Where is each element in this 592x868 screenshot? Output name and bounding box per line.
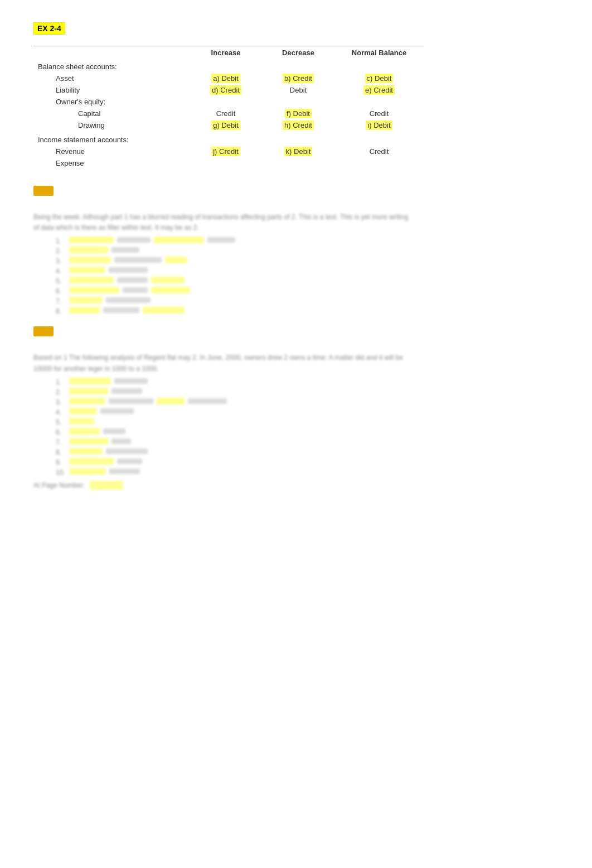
- section2-badge: [33, 186, 54, 196]
- increase-cell: d) Credit: [190, 84, 262, 96]
- accounts-table: Increase Decrease Normal Balance Balance…: [33, 46, 424, 169]
- account-cell: Liability: [33, 84, 190, 96]
- list-item: 7.: [56, 438, 559, 446]
- section3-badge: [33, 326, 54, 336]
- decrease-cell: Debit: [262, 84, 334, 96]
- section3-intro: Based on 1 The following analysis of Reg…: [33, 353, 413, 374]
- increase-cell: [190, 157, 262, 169]
- decrease-cell: b) Credit: [262, 73, 334, 84]
- normal-balance-cell: i) Debit: [334, 119, 424, 131]
- list-item: 5.: [56, 418, 559, 426]
- list-item: 1.: [56, 237, 559, 245]
- decrease-cell: [262, 157, 334, 169]
- list-item: 10.: [56, 468, 559, 476]
- section3-blurred: Based on 1 The following analysis of Reg…: [33, 353, 559, 489]
- table-row: Asseta) Debitb) Creditc) Debit: [33, 73, 424, 84]
- section2-list: 1.2.3.4.5.6.7.8.: [56, 237, 559, 315]
- list-item: 8.: [56, 448, 559, 456]
- list-item: 6.: [56, 287, 559, 295]
- table-row: Revenuej) Creditk) DebitCredit: [33, 146, 424, 157]
- normal-balance-cell: [334, 96, 424, 108]
- account-cell: Expense: [33, 157, 190, 169]
- normal-balance-cell: Credit: [334, 146, 424, 157]
- list-item: 5.: [56, 277, 559, 285]
- increase-cell: a) Debit: [190, 73, 262, 84]
- increase-cell: g) Debit: [190, 119, 262, 131]
- col-header-normal: Normal Balance: [334, 46, 424, 60]
- table-row: Expense: [33, 157, 424, 169]
- list-item: 1.: [56, 378, 559, 386]
- account-cell: Asset: [33, 73, 190, 84]
- table-row: CapitalCreditf) DebitCredit: [33, 108, 424, 119]
- normal-balance-cell: Credit: [334, 108, 424, 119]
- account-cell: Revenue: [33, 146, 190, 157]
- col-header-account: [33, 46, 190, 60]
- increase-cell: Credit: [190, 108, 262, 119]
- section3-footer-text: At Page Number:: [33, 481, 85, 489]
- table-row: Liabilityd) CreditDebite) Credit: [33, 84, 424, 96]
- section3-footer-highlight: [90, 481, 123, 490]
- account-cell: Drawing: [33, 119, 190, 131]
- normal-balance-cell: [334, 157, 424, 169]
- col-header-increase: Increase: [190, 46, 262, 60]
- exercise-label: EX 2-4: [33, 22, 65, 35]
- normal-balance-cell: e) Credit: [334, 84, 424, 96]
- decrease-cell: [262, 96, 334, 108]
- decrease-cell: k) Debit: [262, 146, 334, 157]
- account-cell: Owner's equity:: [33, 96, 190, 108]
- section3-list: 1.2.3.4.5.6.7.8.9.10.: [56, 378, 559, 476]
- list-item: 6.: [56, 428, 559, 436]
- section-label-row: Income statement accounts:: [33, 131, 424, 146]
- list-item: 3.: [56, 257, 559, 265]
- section-label-row: Balance sheet accounts:: [33, 59, 424, 73]
- list-item: 4.: [56, 408, 559, 416]
- section2-container: Being the week: Although part 1 has a bl…: [33, 186, 559, 315]
- section2-intro: Being the week: Although part 1 has a bl…: [33, 212, 413, 233]
- table-row: Drawingg) Debith) Crediti) Debit: [33, 119, 424, 131]
- col-header-decrease: Decrease: [262, 46, 334, 60]
- table-row: Owner's equity:: [33, 96, 424, 108]
- normal-balance-cell: c) Debit: [334, 73, 424, 84]
- section3-container: Based on 1 The following analysis of Reg…: [33, 326, 559, 489]
- list-item: 9.: [56, 458, 559, 466]
- list-item: 4.: [56, 267, 559, 275]
- list-item: 8.: [56, 307, 559, 315]
- list-item: 7.: [56, 297, 559, 305]
- decrease-cell: f) Debit: [262, 108, 334, 119]
- table-container: Increase Decrease Normal Balance Balance…: [33, 46, 559, 169]
- list-item: 2.: [56, 388, 559, 396]
- list-item: 3.: [56, 398, 559, 406]
- increase-cell: [190, 96, 262, 108]
- list-item: 2.: [56, 247, 559, 255]
- decrease-cell: h) Credit: [262, 119, 334, 131]
- account-cell: Capital: [33, 108, 190, 119]
- section2-blurred: Being the week: Although part 1 has a bl…: [33, 212, 559, 315]
- increase-cell: j) Credit: [190, 146, 262, 157]
